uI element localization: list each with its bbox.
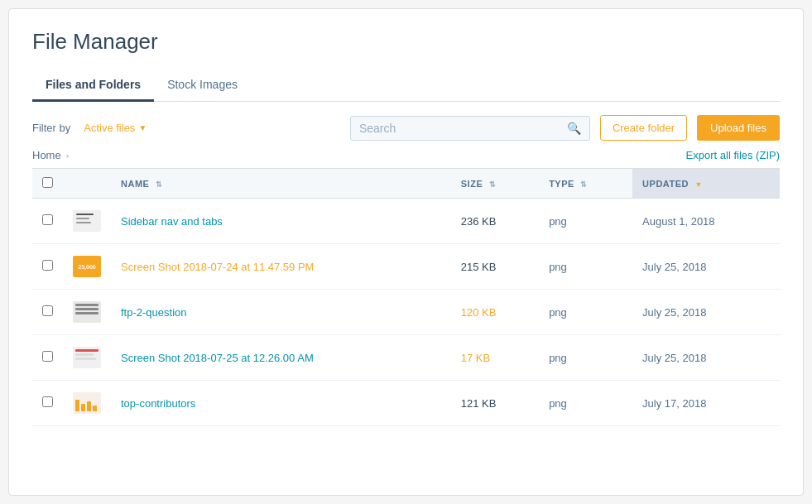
file-type-cell: png	[539, 290, 632, 335]
page-header: File Manager Files and Folders Stock Ima…	[9, 9, 803, 102]
file-updated-cell: July 25, 2018	[632, 335, 780, 381]
file-name-cell[interactable]: Screen Shot 2018-07-25 at 12.26.00 AM	[111, 335, 451, 381]
header-size[interactable]: SIZE ⇅	[451, 169, 539, 199]
search-input[interactable]	[359, 122, 567, 135]
table-row: Screen Shot 2018-07-25 at 12.26.00 AM17 …	[32, 335, 780, 381]
export-all-link[interactable]: Export all files (ZIP)	[686, 149, 780, 161]
file-updated-cell: August 1, 2018	[632, 199, 780, 244]
thumb-ftp-icon	[73, 301, 101, 323]
file-name[interactable]: ftp-2-question	[121, 306, 187, 319]
file-updated-cell: July 17, 2018	[632, 381, 780, 426]
file-updated: July 17, 2018	[642, 397, 706, 410]
file-updated: July 25, 2018	[642, 261, 706, 273]
file-type: png	[549, 306, 567, 319]
file-type: png	[549, 397, 567, 410]
search-box: 🔍	[350, 116, 590, 141]
row-checkbox[interactable]	[42, 214, 53, 225]
thumb-contrib-icon	[73, 392, 101, 414]
file-type-cell: png	[539, 199, 632, 244]
table-header-row: NAME ⇅ SIZE ⇅ TYPE ⇅ UPDATED ▼	[32, 169, 780, 199]
chevron-down-icon: ▼	[138, 123, 147, 132]
file-name[interactable]: Screen Shot 2018-07-25 at 12.26.00 AM	[121, 352, 314, 364]
table-row: ftp-2-question120 KBpngJuly 25, 2018	[32, 290, 780, 335]
file-size-cell: 236 KB	[451, 199, 539, 244]
file-size: 17 KB	[461, 352, 490, 364]
select-all-checkbox[interactable]	[42, 177, 53, 188]
file-thumb: 25,000	[63, 244, 111, 290]
file-name[interactable]: top-contributors	[121, 397, 195, 410]
breadcrumb-home[interactable]: Home	[32, 149, 61, 161]
file-size-cell: 120 KB	[451, 290, 539, 335]
filter-label: Filter by	[32, 122, 70, 134]
header-checkbox-cell	[32, 169, 63, 199]
file-type: png	[549, 215, 567, 228]
filter-value: Active files	[84, 122, 135, 134]
file-thumb	[63, 290, 111, 335]
table-row: Sidebar nav and tabs236 KBpngAugust 1, 2…	[32, 199, 780, 244]
file-size: 120 KB	[461, 306, 497, 319]
file-name-cell[interactable]: top-contributors	[111, 381, 451, 426]
tab-stock-images[interactable]: Stock Images	[154, 70, 251, 102]
header-type[interactable]: TYPE ⇅	[539, 169, 632, 199]
file-name-cell[interactable]: Sidebar nav and tabs	[111, 199, 451, 244]
toolbar: Filter by Active files ▼ 🔍 Create folder…	[9, 102, 803, 147]
table-row: top-contributors121 KBpngJuly 17, 2018	[32, 381, 780, 426]
updated-sort-icon: ▼	[695, 180, 703, 189]
table-container: NAME ⇅ SIZE ⇅ TYPE ⇅ UPDATED ▼	[9, 168, 803, 449]
row-checkbox[interactable]	[42, 305, 53, 316]
breadcrumb-chevron-icon: ›	[66, 151, 70, 161]
file-updated-cell: July 25, 2018	[632, 244, 780, 290]
file-thumb	[63, 199, 111, 244]
thumb-redlines-icon	[73, 347, 101, 368]
file-type-cell: png	[539, 381, 632, 426]
file-size: 236 KB	[461, 215, 497, 228]
files-table: NAME ⇅ SIZE ⇅ TYPE ⇅ UPDATED ▼	[32, 168, 780, 426]
row-checkbox[interactable]	[42, 351, 53, 362]
thumb-badge-icon: 25,000	[73, 256, 101, 277]
file-updated: July 25, 2018	[642, 306, 706, 319]
thumb-lines-icon	[73, 210, 101, 232]
header-name[interactable]: NAME ⇅	[111, 169, 451, 199]
file-name-cell[interactable]: Screen Shot 2018-07-24 at 11.47.59 PM	[111, 244, 451, 290]
upload-files-button[interactable]: Upload files	[697, 115, 780, 141]
file-size-cell: 215 KB	[451, 244, 539, 290]
file-thumb	[63, 381, 111, 426]
name-sort-icon: ⇅	[156, 180, 163, 189]
file-size-cell: 121 KB	[451, 381, 539, 426]
file-thumb	[63, 335, 111, 381]
file-size: 121 KB	[461, 397, 497, 410]
file-name-cell[interactable]: ftp-2-question	[111, 290, 451, 335]
tab-files-folders[interactable]: Files and Folders	[32, 70, 154, 102]
header-thumb	[63, 169, 111, 199]
page-title: File Manager	[32, 29, 780, 55]
file-type: png	[549, 352, 567, 364]
file-updated: July 25, 2018	[642, 352, 706, 364]
file-size: 215 KB	[461, 261, 497, 273]
file-size-cell: 17 KB	[451, 335, 539, 381]
breadcrumb-row: Home › Export all files (ZIP)	[9, 147, 803, 168]
header-updated[interactable]: UPDATED ▼	[632, 169, 780, 199]
breadcrumb: Home ›	[32, 149, 69, 161]
search-icon: 🔍	[567, 122, 581, 135]
file-name[interactable]: Sidebar nav and tabs	[121, 215, 223, 228]
file-type: png	[549, 261, 567, 273]
type-sort-icon: ⇅	[580, 180, 588, 189]
file-name[interactable]: Screen Shot 2018-07-24 at 11.47.59 PM	[121, 261, 314, 273]
tab-bar: Files and Folders Stock Images	[32, 70, 780, 102]
row-checkbox[interactable]	[42, 260, 53, 271]
size-sort-icon: ⇅	[489, 180, 497, 189]
file-type-cell: png	[539, 335, 632, 381]
file-updated: August 1, 2018	[642, 215, 714, 228]
create-folder-button[interactable]: Create folder	[600, 115, 687, 141]
filter-dropdown[interactable]: Active files ▼	[84, 122, 147, 134]
file-manager-window: File Manager Files and Folders Stock Ima…	[8, 8, 804, 496]
file-updated-cell: July 25, 2018	[632, 290, 780, 335]
table-body: Sidebar nav and tabs236 KBpngAugust 1, 2…	[32, 199, 780, 426]
row-checkbox[interactable]	[42, 396, 53, 407]
file-type-cell: png	[539, 244, 632, 290]
table-row: 25,000Screen Shot 2018-07-24 at 11.47.59…	[32, 244, 780, 290]
